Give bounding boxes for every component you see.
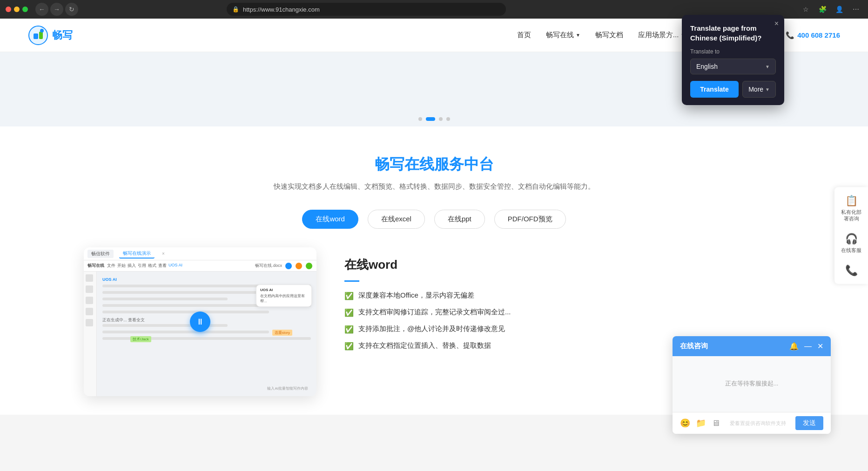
right-sidebar: 📋 私有化部署咨询 🎧 在线客服 📞 (834, 187, 868, 284)
slide-dot-1[interactable] (418, 117, 422, 121)
close-window-btn[interactable] (6, 7, 11, 12)
translation-popup: × Translate page from Chinese (Simplifie… (682, 15, 784, 105)
section-subtitle: 快速实现文档多人在线编辑、文档预览、格式转换、数据同步、数据安全管控、文档自动化… (0, 182, 868, 191)
minimize-window-btn[interactable] (14, 7, 20, 12)
translate-to-label: Translate to (690, 48, 776, 55)
language-select[interactable]: English ▼ (690, 59, 776, 74)
consulting-waiting-text: 正在等待客服接起... (680, 379, 823, 388)
user-avatar-1 (285, 262, 292, 270)
tab-ppt[interactable]: 在线ppt (434, 210, 485, 229)
close-tab-icon[interactable]: × (162, 251, 165, 256)
nav-phone[interactable]: 📞 400 608 2716 (786, 31, 840, 40)
footer-note: 爱蓄置提供咨询软件支持 (726, 420, 790, 427)
consulting-body: 正在等待客服接起... (673, 356, 831, 412)
address-bar[interactable]: 🔒 https://www.91changxie.com (227, 3, 506, 16)
logo-icon (28, 25, 48, 46)
sidebar-item-phone[interactable]: 📞 (845, 265, 858, 277)
fake-highlight-green: 技术/Jack (130, 336, 151, 342)
consulting-action-buttons: 🔔 — ✕ (789, 342, 823, 351)
translate-button[interactable]: Translate (690, 81, 739, 98)
more-button[interactable]: More ▼ (742, 81, 776, 98)
consulting-header: 在线咨询 🔔 — ✕ (673, 336, 831, 356)
consulting-close-btn[interactable]: ✕ (817, 342, 823, 351)
more-chevron-icon: ▼ (765, 87, 770, 92)
back-btn[interactable]: ← (35, 3, 48, 16)
sidebar-item-online-service[interactable]: 🎧 在线客服 (841, 233, 861, 253)
url-text: https://www.91changxie.com (243, 6, 320, 13)
nav-scenarios[interactable]: 应用场景方... ▼ (638, 31, 685, 40)
slide-dots (418, 117, 450, 121)
nav-home[interactable]: 首页 (517, 31, 531, 40)
phone-icon: 📞 (786, 31, 794, 40)
window-controls (6, 7, 28, 12)
menu-btn[interactable]: ⋯ (849, 3, 862, 16)
popup-close-btn[interactable]: × (774, 20, 779, 28)
demo-image: 畅信软件 畅写在线演示 × 畅写在线 文件 开始 插入 引用 格式 (84, 247, 316, 396)
comment-bubble: UOS AI 在文档内高中的应用这里有帮... (256, 285, 312, 307)
popup-action-buttons: Translate More ▼ (690, 81, 776, 98)
private-deploy-label: 私有化部署咨询 (841, 208, 861, 222)
tab-pdf[interactable]: PDF/OFD预览 (494, 210, 566, 229)
nav-logo[interactable]: 畅写 (28, 25, 73, 46)
fake-ai-label: UOS AI (102, 277, 311, 282)
private-deploy-icon: 📋 (845, 194, 858, 206)
svg-point-3 (40, 29, 44, 33)
bookmark-star-btn[interactable]: ☆ (799, 3, 812, 16)
tab-word[interactable]: 在线word (302, 210, 358, 229)
headphone-icon: 🎧 (845, 233, 858, 245)
maximize-window-btn[interactable] (22, 7, 28, 12)
slide-dot-2[interactable] (426, 117, 435, 121)
feature-item-1: ✅ 深度兼容本地Office，显示内容无偏差 (344, 291, 784, 300)
check-icon-2: ✅ (344, 308, 354, 317)
emoji-icon[interactable]: 😊 (680, 418, 690, 428)
consulting-sound-btn[interactable]: 🔔 (789, 342, 799, 351)
section-title: 畅写在线服务中台 (0, 154, 868, 175)
feature-item-3: ✅ 支持添加批注，@他人讨论并及时传递修改意见 (344, 325, 784, 334)
tab-excel[interactable]: 在线excel (368, 210, 425, 229)
website-container: 畅写 首页 畅写在线 ▼ 畅写文档 应用场景方... ▼ 渠道合作 新闻动态 📞… (0, 19, 868, 415)
extensions-btn[interactable]: 🧩 (816, 3, 829, 16)
tab-group: 在线word 在线excel 在线ppt PDF/OFD预览 (0, 210, 868, 229)
user-avatar-2 (295, 262, 303, 270)
fake-tab-1: 畅信软件 (87, 250, 114, 258)
check-icon-4: ✅ (344, 342, 354, 351)
consulting-minimize-btn[interactable]: — (804, 342, 812, 351)
fake-highlight-orange: 选重story (272, 330, 292, 336)
fake-editor-top: 畅信软件 畅写在线演示 × (84, 247, 316, 260)
nav-doc[interactable]: 畅写文档 (595, 31, 623, 40)
fake-sidebar (84, 272, 97, 396)
ai-input-area: 输入AI批量智能写作内容 (263, 385, 312, 392)
profile-btn[interactable]: 👤 (833, 3, 846, 16)
feature-title: 在线word (344, 257, 784, 273)
browser-navigation: ← → ↻ (35, 3, 78, 16)
play-button[interactable]: ⏸ (190, 312, 210, 332)
fake-toolbar: 畅写在线 文件 开始 插入 引用 格式 查看 UOS AI (84, 260, 316, 272)
slide-dot-3[interactable] (439, 117, 443, 121)
screen-icon[interactable]: 🖥 (712, 418, 720, 428)
check-icon-3: ✅ (344, 325, 354, 334)
check-icon-1: ✅ (344, 292, 354, 300)
consulting-footer: 😊 📁 🖥 爱蓄置提供咨询软件支持 发送 (673, 412, 831, 434)
online-service-label: 在线客服 (841, 247, 861, 253)
sidebar-item-private-deploy[interactable]: 📋 私有化部署咨询 (841, 194, 861, 222)
chevron-down-icon: ▼ (576, 33, 580, 38)
feature-item-2: ✅ 支持文档审阅修订追踪，完整记录文档审阅全过... (344, 308, 784, 317)
fake-tab-2: 畅写在线演示 (119, 249, 155, 259)
consulting-title: 在线咨询 (680, 342, 708, 351)
browser-action-buttons: ☆ 🧩 👤 ⋯ (799, 3, 862, 16)
nav-online[interactable]: 畅写在线 ▼ (546, 31, 580, 40)
svg-rect-1 (34, 33, 38, 39)
select-chevron-icon: ▼ (765, 64, 770, 69)
svg-rect-2 (39, 32, 43, 39)
file-icon[interactable]: 📁 (696, 418, 706, 428)
user-avatar-3 (305, 262, 313, 270)
feature-divider (344, 280, 359, 282)
demo-image-inner: 畅信软件 畅写在线演示 × 畅写在线 文件 开始 插入 引用 格式 (84, 247, 316, 396)
send-button[interactable]: 发送 (795, 416, 823, 430)
slide-dot-4[interactable] (446, 117, 450, 121)
forward-btn[interactable]: → (50, 3, 63, 16)
consulting-panel: 在线咨询 🔔 — ✕ 正在等待客服接起... 😊 📁 🖥 爱蓄置提供咨询软件支持… (673, 336, 831, 434)
refresh-btn[interactable]: ↻ (65, 3, 78, 16)
popup-title: Translate page from Chinese (Simplified)… (690, 23, 776, 43)
logo-text: 畅写 (52, 28, 73, 42)
